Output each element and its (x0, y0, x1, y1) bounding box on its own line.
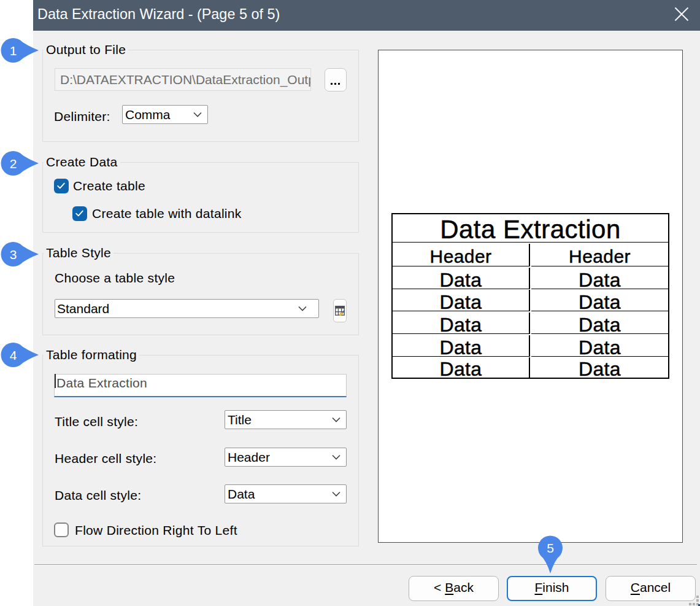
svg-text:3: 3 (10, 247, 17, 262)
svg-text:4: 4 (10, 348, 17, 362)
svg-text:5: 5 (547, 541, 554, 555)
svg-text:2: 2 (10, 157, 17, 171)
svg-text:1: 1 (10, 44, 17, 58)
